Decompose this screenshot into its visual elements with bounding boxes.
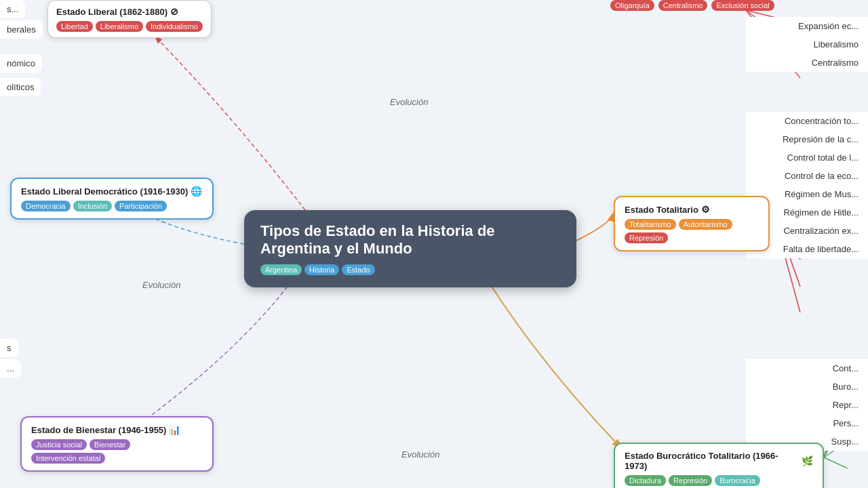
totalitario-title-text: Estado Totalitario [625,205,698,215]
totalitarismo-tag[interactable]: Totalitarismo [625,219,676,230]
liberal-node-title: Estado Liberal (1862-1880) ⊘ [56,6,203,17]
liberal-node[interactable]: Estado Liberal (1862-1880) ⊘ Libertad Li… [47,0,212,38]
settings-icon: ⚙ [701,204,710,215]
burocratico-title-text: Estado Burocrático Totalitario (1966-197… [625,451,799,471]
evolution-label-3: Evolución [401,449,439,460]
top-right-tags: Oligarquía Centralismo Exclusión social [610,0,774,11]
central-tags: Argentina Historia Estado [260,264,560,275]
oligarquia-tag[interactable]: Oligarquía [610,0,654,11]
right-item-represion-c: Represión de la c... [746,130,868,148]
central-node[interactable]: Tipos de Estado en la Historia de Argent… [244,210,576,287]
centralismo-tag[interactable]: Centralismo [658,0,708,11]
liberal-demo-title: Estado Liberal Democrático (1916-1930) 🌐 [21,186,203,197]
intervencion-tag[interactable]: Intervención estatal [31,453,105,464]
bienestar-title: Estado de Bienestar (1946-1955) 📊 [31,424,203,435]
liberal-demo-title-text: Estado Liberal Democrático (1916-1930) [21,186,188,197]
left-partial-5: ... [0,359,21,378]
right-item-expansion: Expansión ec... [746,17,868,35]
totalitario-tags: Totalitarismo Autoritarismo Represión [625,219,759,243]
right-item-buro: Buro... [746,378,868,396]
globe-icon: 🌐 [191,186,202,197]
represion-tag[interactable]: Represión [625,232,668,243]
democracia-tag[interactable]: Democracia [21,201,71,211]
central-title: Tipos de Estado en la Historia de Argent… [260,222,560,258]
inclusion-tag[interactable]: Inclusión [73,201,112,211]
totalitario-node[interactable]: Estado Totalitario ⚙ Totalitarismo Autor… [614,196,770,251]
right-item-control-eco: Control de la eco... [746,167,868,185]
liberal-node-title-text: Estado Liberal (1862-1880) [56,7,167,17]
bienestar-title-text: Estado de Bienestar (1946-1955) [31,425,166,435]
right-item-control-total: Control total de l... [746,148,868,167]
tree-icon: 🌿 [802,455,813,466]
right-item-concentracion: Concentración to... [746,112,868,130]
libertad-tag[interactable]: Libertad [56,21,93,32]
burocratico-node[interactable]: Estado Burocrático Totalitario (1966-197… [614,443,824,488]
mind-map-canvas: s... berales nómico olíticos s ... Estad… [0,0,868,488]
estado-tag[interactable]: Estado [342,264,374,275]
liberal-node-tags: Libertad Liberalismo Individualismo [56,21,203,32]
historia-tag[interactable]: Historia [304,264,339,275]
burocratico-tags: Dictadura Represión Burocracia [625,475,813,486]
burocratico-title: Estado Burocrático Totalitario (1966-197… [625,451,813,471]
evolution-label-1: Evolución [390,97,428,107]
right-list-top: Expansión ec... Liberalismo Centralismo [746,17,868,72]
left-partial-1: berales [0,20,43,39]
totalitario-title: Estado Totalitario ⚙ [625,204,759,215]
represion2-tag[interactable]: Represión [669,475,712,486]
left-partial-0: s... [0,0,25,18]
participacion-tag[interactable]: Participación [115,201,167,211]
exclusion-social-tag[interactable]: Exclusión social [711,0,774,11]
bienestar-tag[interactable]: Bienestar [90,439,130,450]
autoritarismo-tag[interactable]: Autoritarismo [679,219,732,230]
copy-icon: ⊘ [170,6,178,17]
bienestar-tags: Justicia social Bienestar Intervención e… [31,439,203,464]
individualismo-tag[interactable]: Individualismo [146,21,203,32]
liberalismo-tag[interactable]: Liberalismo [96,21,143,32]
right-item-repr: Repr... [746,396,868,414]
left-partial-3: olíticos [0,78,41,96]
chart-icon: 📊 [169,424,180,435]
right-item-liberalismo: Liberalismo [746,35,868,54]
evolution-label-2: Evolución [142,280,180,290]
liberal-demo-tags: Democracia Inclusión Participación [21,201,203,211]
burocracia-tag[interactable]: Burocracia [715,475,760,486]
justicia-social-tag[interactable]: Justicia social [31,439,87,450]
right-list-bottom: Cont... Buro... Repr... Pers... Susp... [746,359,868,451]
liberal-demo-node[interactable]: Estado Liberal Democrático (1916-1930) 🌐… [10,178,214,220]
bienestar-node[interactable]: Estado de Bienestar (1946-1955) 📊 Justic… [20,416,214,472]
left-partial-2: nómico [0,54,42,73]
left-partial-4: s [0,339,18,357]
right-item-centralismo: Centralismo [746,54,868,72]
argentina-tag[interactable]: Argentina [260,264,302,275]
dictadura-tag[interactable]: Dictadura [625,475,666,486]
right-item-pers: Pers... [746,414,868,432]
right-item-cont: Cont... [746,359,868,378]
